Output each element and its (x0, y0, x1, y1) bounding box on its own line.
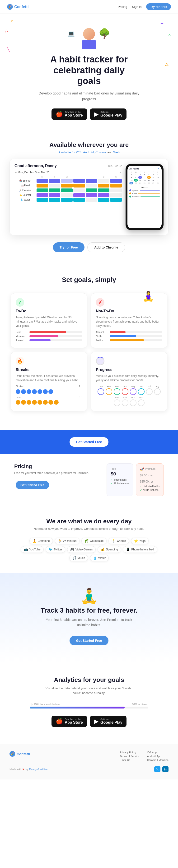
linkedin-icon[interactable]: in (162, 766, 169, 772)
habit-row-3: 🏃 Exercise (14, 188, 122, 192)
mobile-preview: All Habits ▼ S M T W T F S 1 2 3 4 (125, 164, 164, 230)
nav-signin-link[interactable]: Sign In (132, 5, 142, 8)
try-for-free-button[interactable]: Try for Free (53, 242, 85, 252)
check-icon-2: ✓ (111, 482, 113, 485)
check-icon-1: ✓ (111, 478, 113, 481)
preview-header: Good afternoon, Danny Tue, Dec 22 (14, 164, 122, 168)
premium-price-mo: $2.50 / mo (140, 472, 160, 477)
analytics-progress: Up 23% from week before 80% achieved (30, 703, 148, 709)
deco-5: ╲ (7, 47, 10, 52)
check-icon-3: ✓ (140, 485, 142, 488)
nav-links: Pricing Sign In Try for Free (118, 3, 171, 10)
pricing-get-started-button[interactable]: Get Started Free (16, 481, 49, 489)
footer-ios-link[interactable]: Android App (147, 755, 169, 757)
footer-chrome-link[interactable]: iOS App (147, 751, 169, 754)
not-todo-desc: Spending hours on Instagram? Track what'… (96, 315, 162, 328)
google-play-button[interactable]: ▶ Get it on Google Play (90, 108, 126, 120)
footer-android-link[interactable]: Chrome Extension (147, 758, 169, 762)
navbar: 🎉 Confetti Pricing Sign In Try for Free (0, 0, 178, 14)
progress-circle-icon (96, 357, 105, 365)
month-jul: Jul (146, 385, 153, 395)
progress-left-label: Up 23% from week before (30, 703, 60, 706)
google-play-icon-2: ▶ (94, 718, 98, 725)
check-icon-4: ✓ (140, 489, 142, 491)
footer-logo-icon: 🎉 (9, 751, 15, 757)
todo-habit-meditate: Meditate (16, 335, 82, 338)
add-to-chrome-button[interactable]: Add to Chrome (87, 242, 125, 252)
progress-track (30, 707, 148, 709)
social-icons: 𝕏 in (154, 766, 169, 772)
not-todo-icon-container: ✗ (96, 298, 105, 307)
tag-twitter: 🐦 Twitter (46, 546, 65, 553)
desktop-preview: Good afternoon, Danny Tue, Dec 22 ← Mon,… (14, 164, 122, 203)
available-title: Available wherever you are (9, 141, 169, 149)
meditation-illustration: 🧘‍♂️ (9, 587, 169, 604)
tag-music: 🎵 Music (69, 555, 88, 561)
footer-privacy-link[interactable]: Privacy Policy (120, 751, 142, 754)
not-todo-x-icon: ✗ (98, 300, 102, 305)
tag-yoga: ⭐ Yoga (131, 537, 149, 544)
nav-logo-text: Confetti (14, 5, 28, 9)
habit-grid: MTWTFSS 📚 Spanish 📖 Read (14, 176, 122, 202)
rocket-icon: 🚀 (140, 467, 144, 471)
apple-icon: 🍎 (56, 111, 63, 118)
hero-subtitle: Develop good habits and eliminate bad on… (34, 90, 144, 102)
goals-grid: ✓ To-Do Trying to learn Spanish? Want to… (11, 293, 167, 411)
footer-top: 🎉 Confetti Privacy Policy iOS App Terms … (9, 751, 169, 762)
everyday-section: We are what we do every day No matter ho… (0, 506, 178, 573)
not-todo-habits: Alcohol Netflix Twitter (96, 331, 162, 342)
todo-habit-journal: Journal (16, 339, 82, 342)
analytics-app-store-button[interactable]: 🍎 Download on the App Store (52, 716, 87, 727)
progress-fill (30, 707, 125, 709)
premium-price-yr: $25.00 / yr (140, 479, 160, 483)
month-may: May (130, 385, 137, 395)
goals-cta-section: Get Started Free (0, 430, 178, 454)
todo-icon-container: ✓ (16, 298, 24, 307)
google-play-text: Get it on Google Play (100, 111, 122, 118)
todo-habit-read: Read (16, 331, 82, 334)
goal-person-illustration: 🧘‍♀️ (142, 291, 154, 302)
month-oct: Oct (122, 396, 128, 406)
available-subtitle: Available for iOS, Android, Chrome and W… (9, 151, 169, 154)
month-apr: Apr (122, 385, 128, 395)
tag-games: 🎮 Video Games (67, 546, 96, 553)
todo-title: To-Do (16, 309, 82, 313)
twitter-icon[interactable]: 𝕏 (154, 766, 160, 772)
mobile-header: All Habits ▼ (129, 167, 160, 170)
footer-terms-link[interactable]: Terms of Service (120, 755, 142, 757)
footer-email-link[interactable]: Email Us (120, 758, 142, 762)
nav-logo[interactable]: 🎉 Confetti (7, 4, 28, 10)
analytics-google-play-button[interactable]: ▶ Get it on Google Play (90, 716, 126, 727)
track-section: 🧘‍♂️ Track 3 habits for free, forever. Y… (0, 573, 178, 662)
premium-feature-2: ✓ All lite features (140, 489, 160, 491)
available-section: Available wherever you are Available for… (0, 129, 178, 262)
app-store-button[interactable]: 🍎 Download on the App Store (52, 108, 87, 120)
streak-alcohol: Alcohol 7 d (16, 385, 82, 394)
mobile-habit-2: Read (129, 192, 160, 195)
nav-pricing-link[interactable]: Pricing (118, 5, 127, 8)
month-jan: Jan (97, 385, 104, 395)
streaks-card: 🔥 Streaks Don't break the chain! Each sm… (11, 352, 87, 411)
mobile-calendar: S M T W T F S 1 2 3 4 5 6 7 8 9 (129, 172, 160, 184)
tag-youtube: 📺 YouTube (21, 546, 43, 553)
month-dec: Dec (138, 396, 145, 406)
track-get-started-button[interactable]: Get Started Free (69, 636, 109, 645)
get-started-free-button-1[interactable]: Get Started Free (69, 437, 109, 447)
progress-desc: Measure your success with daily, weekly,… (96, 374, 162, 382)
footer-bottom: Made with ❤ by Danny & William 𝕏 in (9, 766, 169, 772)
nav-try-button[interactable]: Try for Free (146, 3, 171, 10)
streak-habits: Alcohol 7 d Read (16, 385, 82, 405)
preview-nav: ← Mon, Dec 14 - Sun, Dec 20 → (14, 171, 122, 174)
fire-icon: 🔥 (17, 358, 23, 364)
tags-cloud: 🧘 Caffeiene 🏃 25 min run 🌿 Go outside 🕯️… (18, 537, 160, 561)
tag-water: 💧 Water (90, 555, 109, 561)
free-pricing-card: Free $0 ✓ 3 free habits ✓ All lite featu… (107, 463, 133, 496)
track-title: Track 3 habits for free, forever. (9, 607, 169, 614)
deco-1: ↗ (9, 18, 14, 24)
analytics-section: Analytics for your goals Visualize the d… (0, 662, 178, 744)
analytics-store-buttons: 🍎 Download on the App Store ▶ Get it on … (9, 716, 169, 727)
footer-logo[interactable]: 🎉 Confetti (9, 751, 30, 757)
streak-read: Read 8 d (16, 396, 82, 405)
analytics-app-store-text: Download on the App Store (65, 718, 83, 725)
day-headers: MTWTFSS (14, 176, 122, 178)
